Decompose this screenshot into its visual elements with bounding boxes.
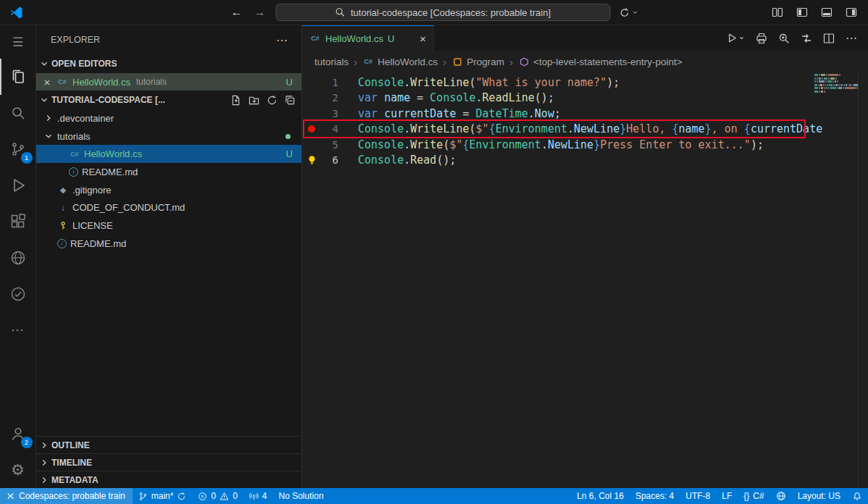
source-control-activity-icon[interactable]: 1 bbox=[0, 131, 36, 167]
back-arrow-icon[interactable]: ← bbox=[230, 6, 244, 19]
breadcrumbs[interactable]: tutorials›C#HelloWorld.cs›Program›<top-l… bbox=[302, 51, 868, 72]
breadcrumb-item[interactable]: tutorials bbox=[314, 56, 349, 67]
cursor-position[interactable]: Ln 6, Col 16 bbox=[571, 488, 630, 504]
open-editor-item[interactable]: × C# HelloWorld.cs tutorials U bbox=[36, 73, 301, 91]
tab-git-badge: U bbox=[388, 33, 394, 44]
tree-item-tutorials[interactable]: tutorials bbox=[36, 127, 301, 146]
tab-helloworld[interactable]: C# HelloWorld.cs U × bbox=[302, 25, 434, 51]
close-icon[interactable]: × bbox=[42, 76, 52, 88]
breadcrumb-label: <top-level-statements-entry-point> bbox=[533, 56, 683, 67]
run-debug-activity-icon[interactable] bbox=[0, 167, 36, 203]
branch-indicator[interactable]: main* bbox=[133, 488, 193, 504]
tree-item-license[interactable]: LICENSE bbox=[36, 217, 301, 235]
errors-icon bbox=[198, 492, 207, 501]
split-editor-icon[interactable] bbox=[823, 33, 835, 44]
open-editors-header[interactable]: OPEN EDITORS bbox=[36, 54, 301, 73]
problems-indicator[interactable]: 0 0 bbox=[192, 488, 243, 504]
code-line-5[interactable]: 5Console.Write($"{Environment.NewLine}Pr… bbox=[302, 137, 868, 153]
accounts-badge: 2 bbox=[21, 437, 33, 448]
sync-dropdown-icon[interactable] bbox=[619, 7, 639, 18]
accounts-icon[interactable]: 2 bbox=[0, 416, 36, 452]
code-line-1[interactable]: 1Console.WriteLine("What is your name?")… bbox=[302, 75, 868, 91]
toggle-columns-icon[interactable] bbox=[768, 4, 787, 21]
keyboard-layout[interactable]: Layout: US bbox=[792, 488, 846, 504]
code-editor[interactable]: 1Console.WriteLine("What is your name?")… bbox=[302, 72, 868, 488]
forward-arrow-icon[interactable]: → bbox=[253, 6, 267, 19]
tree-item--gitignore[interactable]: ◆.gitignore bbox=[36, 181, 301, 199]
notifications-bell[interactable] bbox=[846, 488, 868, 504]
customize-layout-icon[interactable] bbox=[842, 4, 861, 21]
eol-indicator[interactable]: LF bbox=[716, 488, 738, 504]
code-text: Console.WriteLine("What is your name?"); bbox=[338, 76, 619, 89]
encoding-indicator[interactable]: UTF-8 bbox=[680, 488, 716, 504]
solution-indicator[interactable]: No Solution bbox=[273, 488, 330, 504]
live-share-indicator[interactable] bbox=[770, 488, 792, 504]
search-icon bbox=[335, 7, 346, 17]
run-button[interactable] bbox=[727, 33, 745, 43]
code-lines: 1Console.WriteLine("What is your name?")… bbox=[302, 72, 868, 168]
breadcrumb-item[interactable]: Program bbox=[451, 56, 504, 67]
new-folder-icon[interactable] bbox=[249, 95, 259, 106]
open-changes-icon[interactable] bbox=[801, 33, 812, 44]
refresh-icon[interactable] bbox=[267, 95, 277, 106]
csharp-file-icon: C# bbox=[362, 56, 374, 67]
remote-explorer-activity-icon[interactable] bbox=[0, 240, 36, 276]
code-line-3[interactable]: 3var currentDate = DateTime.Now; bbox=[302, 106, 868, 122]
vscode-window: ← → tutorial-codespace [Codespaces: prob… bbox=[0, 0, 868, 504]
language-mode[interactable]: {} C# bbox=[738, 488, 769, 504]
breadcrumb-item[interactable]: <top-level-statements-entry-point> bbox=[518, 56, 683, 67]
new-file-icon[interactable] bbox=[230, 95, 241, 106]
settings-gear-icon[interactable]: ⚙ bbox=[0, 452, 36, 488]
vscode-logo-icon bbox=[9, 6, 23, 20]
tree-item-readme-md[interactable]: iREADME.md bbox=[36, 235, 301, 253]
outline-section-header[interactable]: OUTLINE bbox=[36, 436, 301, 453]
ports-indicator[interactable]: 4 bbox=[243, 488, 273, 504]
broadcast-icon bbox=[249, 492, 259, 501]
line-number: 4 bbox=[321, 123, 338, 135]
extensions-activity-icon[interactable] bbox=[0, 203, 36, 240]
git-status-badge: U bbox=[286, 148, 293, 159]
class-symbol-icon bbox=[451, 56, 463, 67]
print-icon[interactable] bbox=[756, 33, 767, 44]
tree-item-readme-md[interactable]: iREADME.md bbox=[36, 163, 301, 181]
collapse-all-icon[interactable] bbox=[285, 95, 296, 106]
toggle-sidebar-icon[interactable] bbox=[793, 4, 811, 21]
tree-item-code-of-conduct-md[interactable]: ↓CODE_OF_CONDUCT.md bbox=[36, 198, 301, 217]
workspace-header[interactable]: TUTORIAL-CODESPACE [... bbox=[36, 91, 301, 109]
more-actions-icon[interactable]: ⋯ bbox=[846, 31, 858, 45]
line-number: 2 bbox=[321, 92, 338, 104]
explorer-more-actions-icon[interactable]: ⋯ bbox=[276, 33, 288, 47]
status-bar: Codespaces: probable train main* 0 0 4 N… bbox=[0, 488, 868, 504]
remote-indicator[interactable]: Codespaces: probable train bbox=[0, 488, 133, 504]
sidebar-bottom-sections: OUTLINE TIMELINE METADATA bbox=[36, 436, 301, 488]
tree-item-helloworld-cs[interactable]: C#HelloWorld.csU bbox=[36, 145, 301, 163]
code-line-2[interactable]: 2var name = Console.ReadLine(); bbox=[302, 91, 868, 106]
breadcrumb-item[interactable]: C#HelloWorld.cs bbox=[362, 56, 438, 67]
search-editor-icon[interactable] bbox=[778, 33, 790, 44]
code-line-4[interactable]: 4Console.WriteLine($"{Environment.NewLin… bbox=[302, 122, 868, 138]
breadcrumb-separator: › bbox=[509, 56, 513, 68]
timeline-section-header[interactable]: TIMELINE bbox=[36, 453, 301, 471]
testing-activity-icon[interactable] bbox=[0, 276, 36, 312]
toggle-panel-icon[interactable] bbox=[817, 4, 836, 21]
menu-icon[interactable]: ☰ bbox=[0, 25, 36, 59]
csharp-file-icon: C# bbox=[309, 33, 321, 44]
indentation-indicator[interactable]: Spaces: 4 bbox=[630, 488, 680, 504]
sync-icon bbox=[177, 492, 186, 501]
markdown-file-icon: ↓ bbox=[57, 202, 69, 214]
editor-scrollbar[interactable] bbox=[858, 72, 868, 488]
modified-dot bbox=[285, 134, 291, 139]
more-activity-icon[interactable]: ⋯ bbox=[0, 312, 36, 348]
metadata-section-header[interactable]: METADATA bbox=[36, 471, 301, 488]
explorer-activity-icon[interactable] bbox=[0, 59, 36, 95]
tree-item--devcontainer[interactable]: .devcontainer bbox=[36, 109, 301, 127]
tab-close-icon[interactable]: × bbox=[420, 33, 426, 45]
code-line-6[interactable]: 6Console.Read(); bbox=[302, 153, 868, 169]
code-text: var name = Console.ReadLine(); bbox=[338, 91, 554, 104]
titlebar: ← → tutorial-codespace [Codespaces: prob… bbox=[0, 0, 868, 25]
minimap[interactable] bbox=[814, 74, 858, 94]
license-file-icon bbox=[57, 219, 69, 231]
search-activity-icon[interactable] bbox=[0, 95, 36, 131]
explorer-sidebar: EXPLORER ⋯ OPEN EDITORS × C# HelloWorld.… bbox=[36, 25, 302, 488]
command-center-search[interactable]: tutorial-codespace [Codespaces: probable… bbox=[276, 4, 611, 21]
